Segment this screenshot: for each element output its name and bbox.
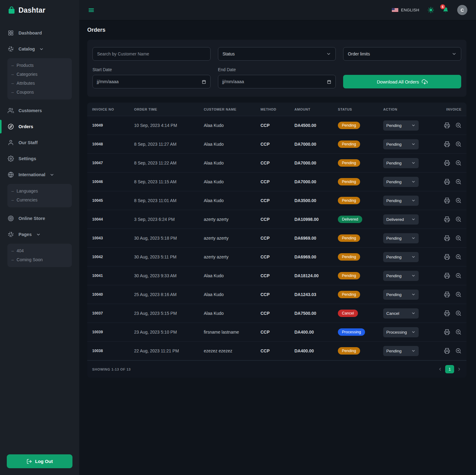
order-status-select[interactable]: Processing [383, 327, 419, 337]
user-avatar[interactable]: C [457, 5, 467, 15]
invoice-no-cell: 10039 [92, 330, 134, 334]
order-status-select[interactable]: Pending [383, 177, 419, 187]
previous-page-chevron-icon[interactable] [438, 367, 442, 371]
order-limits-select[interactable]: Order limits [343, 47, 461, 61]
start-date-input[interactable]: jj/mm/aaaa [92, 75, 211, 88]
sidebar-subitem-currencies[interactable]: –Currencies [7, 195, 72, 204]
invoice-no-cell: 10047 [92, 161, 134, 165]
pagination: 1 [438, 365, 462, 373]
sidebar-item-international[interactable]: International [0, 168, 79, 181]
amount-cell: DA400.00 [294, 348, 338, 353]
sidebar-subitem-products[interactable]: –Products [7, 61, 72, 70]
order-time-cell: 8 Sep, 2023 11:27 AM [134, 142, 204, 147]
sidebar-item-label: Pages [18, 232, 32, 237]
print-invoice-icon[interactable] [444, 216, 450, 222]
download-all-orders-button[interactable]: Download All Orders [343, 75, 461, 88]
order-status-select[interactable]: Pending [383, 290, 419, 300]
status-filter-select[interactable]: Status [218, 47, 336, 61]
sidebar-subitem-404[interactable]: –404 [7, 246, 72, 255]
view-invoice-zoom-icon[interactable] [455, 141, 462, 147]
print-invoice-icon[interactable] [444, 141, 450, 147]
menu-hamburger-icon[interactable] [88, 7, 95, 14]
sidebar-subitem-attributes[interactable]: –Attributes [7, 79, 72, 87]
start-date-placeholder: jj/mm/aaaa [97, 79, 119, 84]
print-invoice-icon[interactable] [444, 329, 450, 335]
sidebar-subitem-coupons[interactable]: –Coupons [7, 87, 72, 96]
amount-cell: DA7000.00 [294, 142, 338, 147]
sidebar-item-dashboard[interactable]: Dashboard [0, 26, 79, 40]
view-invoice-zoom-icon[interactable] [455, 197, 462, 204]
language-selector[interactable]: ENGLISH [392, 8, 419, 12]
sidebar-subitem-label: Coupons [17, 90, 34, 95]
view-invoice-zoom-icon[interactable] [455, 160, 462, 166]
dash-bullet: – [11, 189, 14, 193]
sidebar-item-orders[interactable]: Orders [0, 120, 79, 133]
print-invoice-icon[interactable] [444, 235, 450, 241]
search-input[interactable] [92, 47, 211, 61]
view-invoice-zoom-icon[interactable] [455, 310, 462, 316]
order-status-select[interactable]: Cancel [383, 308, 419, 319]
app-logo[interactable]: Dashtar [0, 0, 79, 14]
order-time-cell: 22 Aug, 2023 11:21 PM [134, 348, 204, 353]
page-title: Orders [87, 27, 466, 33]
chevron-down-icon [411, 217, 416, 221]
sidebar-item-label: Our Staff [18, 140, 38, 145]
dash-bullet: – [11, 197, 14, 202]
print-invoice-icon[interactable] [444, 122, 450, 128]
method-cell: CCP [261, 348, 294, 353]
print-invoice-icon[interactable] [444, 291, 450, 298]
sidebar-item-pages[interactable]: Pages [0, 228, 79, 241]
customer-name-cell: Alaa Kudo [204, 198, 261, 203]
print-invoice-icon[interactable] [444, 160, 450, 166]
order-status-select[interactable]: Delivered [383, 214, 419, 225]
order-status-select[interactable]: Pending [383, 252, 419, 262]
end-date-input[interactable]: jj/mm/aaaa [218, 75, 336, 88]
print-invoice-icon[interactable] [444, 348, 450, 354]
print-invoice-icon[interactable] [444, 254, 450, 260]
view-invoice-zoom-icon[interactable] [455, 329, 462, 335]
order-time-cell: 8 Sep, 2023 11:15 AM [134, 179, 204, 184]
order-status-select[interactable]: Pending [383, 196, 419, 206]
print-invoice-icon[interactable] [444, 197, 450, 204]
page-1-button[interactable]: 1 [445, 365, 454, 373]
notifications-bell-icon[interactable]: 6 [442, 7, 449, 13]
print-invoice-icon[interactable] [444, 179, 450, 185]
sidebar-subitem-languages[interactable]: –Languages [7, 186, 72, 195]
next-page-chevron-icon[interactable] [457, 367, 462, 371]
invoice-no-cell: 10040 [92, 292, 134, 297]
sidebar-item-online-store[interactable]: Online Store [0, 212, 79, 225]
order-status-select[interactable]: Pending [383, 139, 419, 149]
sidebar-item-settings[interactable]: Settings [0, 152, 79, 165]
status-badge: Pending [338, 159, 360, 167]
view-invoice-zoom-icon[interactable] [455, 235, 462, 241]
sidebar-subitem-categories[interactable]: –Categories [7, 70, 72, 79]
method-cell: CCP [261, 273, 294, 278]
online-store-target-icon [8, 215, 14, 221]
print-invoice-icon[interactable] [444, 273, 450, 279]
order-status-select[interactable]: Pending [383, 158, 419, 168]
order-status-select[interactable]: Pending [383, 271, 419, 281]
theme-sun-icon[interactable] [428, 7, 434, 13]
order-status-select[interactable]: Pending [383, 346, 419, 356]
order-status-value: Delivered [386, 217, 404, 222]
sidebar-item-catalog[interactable]: Catalog [0, 42, 79, 56]
view-invoice-zoom-icon[interactable] [455, 179, 462, 185]
sidebar-item-our-staff[interactable]: Our Staff [0, 136, 79, 149]
view-invoice-zoom-icon[interactable] [455, 216, 462, 222]
logout-button[interactable]: Log Out [7, 454, 72, 468]
view-invoice-zoom-icon[interactable] [455, 348, 462, 354]
sidebar-item-customers[interactable]: Customers [0, 104, 79, 117]
status-badge: Pending [338, 122, 360, 129]
customer-name-cell: Alaa Kudo [204, 142, 261, 147]
order-status-select[interactable]: Pending [383, 120, 419, 131]
order-status-select[interactable]: Pending [383, 233, 419, 243]
status-badge: Cancel [338, 310, 358, 317]
invoice-no-cell: 10043 [92, 236, 134, 240]
method-cell: CCP [261, 254, 294, 259]
view-invoice-zoom-icon[interactable] [455, 273, 462, 279]
view-invoice-zoom-icon[interactable] [455, 291, 462, 298]
print-invoice-icon[interactable] [444, 310, 450, 316]
view-invoice-zoom-icon[interactable] [455, 254, 462, 260]
view-invoice-zoom-icon[interactable] [455, 122, 462, 128]
sidebar-subitem-coming-soon[interactable]: –Coming Soon [7, 255, 72, 264]
